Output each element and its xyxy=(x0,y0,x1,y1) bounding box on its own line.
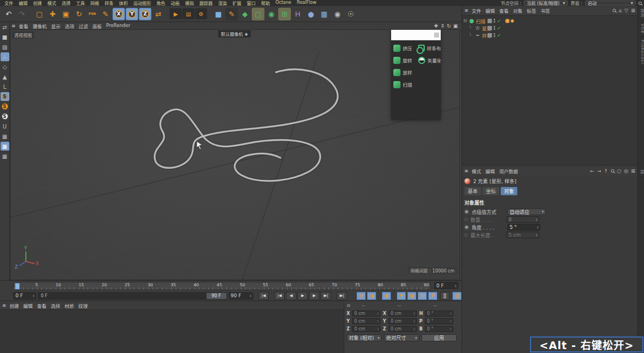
camera-badge[interactable]: 默认摄像机 ◉ xyxy=(218,30,251,38)
apply-button[interactable]: 应用 xyxy=(421,334,457,341)
material-menu-item[interactable]: 纹理 xyxy=(76,302,90,309)
up-icon[interactable]: ↑ xyxy=(604,168,608,174)
visibility-dots-icon[interactable] xyxy=(494,33,495,37)
key-parameter-button[interactable]: P xyxy=(428,292,437,300)
prev-frame-button[interactable]: ◀ xyxy=(286,292,296,300)
animation-dot-icon[interactable] xyxy=(464,225,469,229)
dock-tab[interactable]: 层 xyxy=(638,167,644,178)
object-manager-menu-item[interactable]: 文件 xyxy=(469,7,483,14)
enable-check-icon[interactable]: ✓ xyxy=(497,33,501,38)
layer-box-icon[interactable] xyxy=(488,33,492,38)
material-list-area[interactable] xyxy=(0,309,344,353)
viewport-menu-item[interactable]: 过滤 xyxy=(77,23,90,29)
separator[interactable] xyxy=(29,8,33,20)
position-field[interactable]: 0 cm▴▾ xyxy=(352,311,381,317)
扫描[interactable]: ⊟ └ ● 扫描 ✓ xyxy=(462,17,637,24)
size-mode-dropdown[interactable]: 绝对尺寸▾ xyxy=(384,334,419,341)
target-icon[interactable]: ◎ xyxy=(624,168,629,174)
size-field[interactable]: 0 cm▴▾ xyxy=(388,326,417,332)
object-manager-menu-item[interactable]: 编辑 xyxy=(483,7,497,14)
menu-item[interactable]: 帮助 xyxy=(258,0,273,6)
animation-dot-icon[interactable] xyxy=(464,210,469,214)
viewport-menu-item[interactable]: ProRender xyxy=(104,23,133,29)
enable-check-icon[interactable]: ✓ xyxy=(497,25,501,31)
menu-item[interactable]: RealFlow xyxy=(294,0,320,6)
menu-item[interactable]: 模式 xyxy=(45,0,59,6)
redo-icon[interactable]: ↷ xyxy=(15,8,28,20)
key-position-button[interactable]: ✚ xyxy=(397,292,406,300)
live-selection-icon[interactable]: ▢ xyxy=(33,8,46,20)
key-scale-button[interactable]: ▣ xyxy=(407,292,416,300)
view-orbit-icon[interactable]: ↻ xyxy=(447,23,451,29)
expander-icon[interactable]: ⊟ xyxy=(463,18,468,23)
object-name[interactable]: 扫描 xyxy=(476,18,485,24)
count-field[interactable]: 8▴▾ xyxy=(506,216,539,223)
dock-tab[interactable]: ProRender xyxy=(638,37,644,68)
max-length-field[interactable]: 5 cm▴▾ xyxy=(506,232,539,238)
menu-item[interactable]: 渲染 xyxy=(215,0,230,6)
tag-icon[interactable] xyxy=(511,19,514,23)
key-pla-button[interactable]: ⣿ xyxy=(440,292,450,300)
coord-mode-dropdown[interactable]: 对象 (相对)▾ xyxy=(347,334,382,341)
edges-mode-icon[interactable]: ◇ xyxy=(1,62,9,71)
tab-object[interactable]: 对象 xyxy=(501,187,517,195)
view-pan-icon[interactable]: ✚ xyxy=(434,23,439,29)
layer-box-icon[interactable] xyxy=(488,19,492,23)
keyframe-selection-button[interactable]: ◉ xyxy=(382,292,391,300)
viewport-menu-item[interactable]: 显示 xyxy=(49,23,63,29)
sketch-tool-icon[interactable]: ✎ xyxy=(99,8,112,20)
tab-basic[interactable]: 基本 xyxy=(464,187,481,195)
workplane-icon[interactable]: ▦ xyxy=(1,142,9,151)
render-picture-viewer-icon[interactable]: ▤ xyxy=(182,8,194,19)
animation-dot-icon[interactable] xyxy=(464,233,468,237)
vectorizer-icon[interactable]: 矢量化 xyxy=(416,54,441,66)
menu-item[interactable]: Octane xyxy=(273,0,294,6)
interface-dropdown[interactable]: 启动▾ xyxy=(585,1,636,6)
texture-mode-icon[interactable]: ▨ xyxy=(1,42,9,51)
menu-item[interactable]: 编辑 xyxy=(16,0,30,6)
scale-icon[interactable]: ▣ xyxy=(59,8,72,20)
menu-item[interactable]: 动画 xyxy=(168,0,182,6)
loft-icon[interactable]: 放样 xyxy=(391,66,416,78)
menu-item[interactable]: 样条 xyxy=(102,0,116,6)
menu-item[interactable]: 文件 xyxy=(2,0,16,6)
convert-object-icon[interactable]: ⇄ xyxy=(1,23,9,31)
z-axis-lock-icon[interactable]: Z xyxy=(139,8,151,20)
menu-item[interactable]: 运动图形 xyxy=(131,0,154,6)
object-manager-menu-item[interactable]: 对象 xyxy=(511,7,524,14)
size-field[interactable]: 0 cm▴▾ xyxy=(388,318,417,324)
view-toggle-icon[interactable]: ▣ xyxy=(453,23,458,29)
playhead[interactable] xyxy=(15,283,20,290)
rotation-field[interactable]: 0 °▴▾ xyxy=(425,326,453,332)
angle-field[interactable]: 5 °▴▾ xyxy=(507,224,540,231)
object-manager-menu-item[interactable]: 标签 xyxy=(524,7,538,14)
axis-mode-icon[interactable]: L xyxy=(1,82,9,91)
animation-dot-icon[interactable] xyxy=(464,218,468,221)
mini-timeline-button[interactable]: ▥ xyxy=(452,292,462,300)
quantize-icon[interactable]: S xyxy=(1,112,9,121)
material-menu-item[interactable]: 创建 xyxy=(7,302,21,309)
add-panel-icon[interactable]: ⊞ xyxy=(631,8,635,13)
y-axis-lock-icon[interactable]: Y xyxy=(126,8,138,20)
ruler-frame-field[interactable]: 0 F▴▾ xyxy=(434,282,458,289)
range-end-grip[interactable]: 90 F xyxy=(207,293,226,299)
primitive-cube-icon[interactable]: ■ xyxy=(212,8,225,20)
menu-item[interactable]: 跟踪器 xyxy=(197,0,215,6)
rotate-icon[interactable]: ↻ xyxy=(73,8,85,20)
current-frame-field[interactable]: 0 F▴▾ xyxy=(13,292,36,299)
viewport-menu-item[interactable]: 摄像机 xyxy=(30,23,49,29)
menu-item[interactable]: 体积 xyxy=(116,0,131,6)
sweep-icon[interactable]: 扫描 xyxy=(391,78,416,90)
menu-item[interactable]: 窗口 xyxy=(244,0,258,6)
material-menu-item[interactable]: 选择 xyxy=(48,302,62,309)
attribute-menu-item[interactable]: 编辑 xyxy=(483,168,497,174)
menu-item[interactable]: 网格 xyxy=(88,0,102,6)
menu-item[interactable]: 选择 xyxy=(59,0,73,6)
back-icon[interactable]: ← xyxy=(590,168,594,174)
points-mode-icon[interactable]: ∴ xyxy=(1,52,9,61)
object-manager-menu-item[interactable]: 书签 xyxy=(538,7,552,14)
material-menu-item[interactable]: 编辑 xyxy=(21,302,35,309)
viewport-menu-item[interactable]: 面板 xyxy=(90,23,104,29)
extrude-icon[interactable]: 挤压 xyxy=(391,42,416,54)
spline-mask-icon[interactable]: 样条布尔 xyxy=(416,42,441,54)
